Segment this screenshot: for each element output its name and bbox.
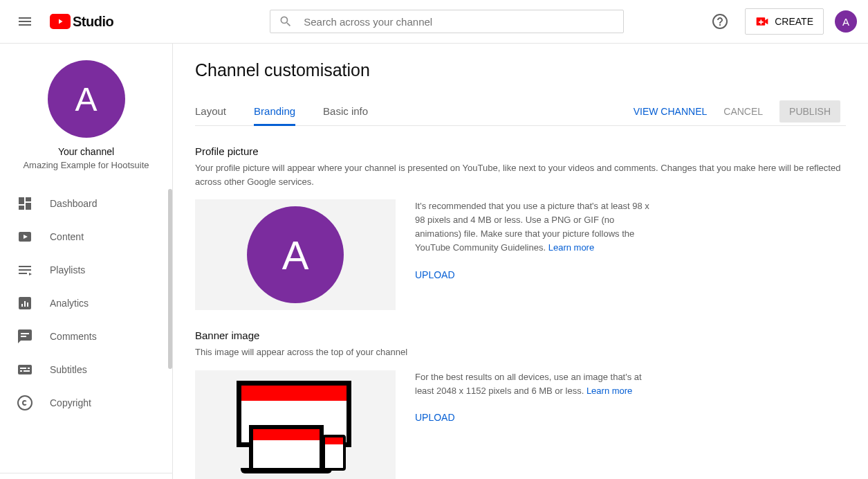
sidebar: A Your channel Amazing Example for Hoots… <box>0 44 173 479</box>
tab-layout[interactable]: Layout <box>195 97 226 125</box>
laptop-icon <box>249 425 324 471</box>
laptop-base-icon <box>241 468 332 473</box>
banner-preview <box>195 370 396 480</box>
nav-bottom: Settings Send feedback <box>0 473 172 479</box>
comments-icon <box>17 328 33 345</box>
help-icon <box>712 13 728 30</box>
section-title: Profile picture <box>195 145 846 157</box>
tab-basic-info[interactable]: Basic info <box>323 97 368 125</box>
page-title: Channel customisation <box>195 60 846 80</box>
hint-text: It's recommended that you use a picture … <box>415 199 650 255</box>
upload-profile-button[interactable]: UPLOAD <box>415 269 455 280</box>
tabs-row: Layout Branding Basic info VIEW CHANNEL … <box>195 97 846 126</box>
create-label: CREATE <box>775 16 813 27</box>
header: Studio CREATE A <box>0 0 868 44</box>
copyright-icon <box>17 395 33 411</box>
nav-subtitles[interactable]: Subtitles <box>0 353 172 386</box>
channel-info: A Your channel Amazing Example for Hoots… <box>0 44 172 181</box>
section-title: Banner image <box>195 329 846 341</box>
nav-label: Subtitles <box>50 364 87 375</box>
nav-content[interactable]: Content <box>0 220 172 253</box>
tabs: Layout Branding Basic info <box>195 97 368 125</box>
create-icon <box>755 15 769 28</box>
nav-dashboard[interactable]: Dashboard <box>0 187 172 220</box>
section-desc: Your profile picture will appear where y… <box>195 161 846 188</box>
nav-label: Content <box>50 231 84 242</box>
nav-label: Playlists <box>50 264 85 275</box>
section-body: A It's recommended that you use a pictur… <box>195 199 846 310</box>
search-icon <box>279 15 293 28</box>
youtube-play-icon <box>50 14 71 29</box>
upload-banner-button[interactable]: UPLOAD <box>415 412 455 423</box>
nav-analytics[interactable]: Analytics <box>0 287 172 320</box>
profile-avatar-preview: A <box>247 206 344 303</box>
sidebar-scrollbar[interactable] <box>168 189 172 369</box>
page-actions: VIEW CHANNEL CANCEL PUBLISH <box>634 100 846 123</box>
publish-button: PUBLISH <box>779 100 840 123</box>
channel-title: Your channel <box>11 146 161 157</box>
nav-list: Dashboard Content Playlists Analytics Co… <box>0 181 172 473</box>
nav-copyright[interactable]: Copyright <box>0 386 172 419</box>
hint-text: For the best results on all devices, use… <box>415 370 650 398</box>
svg-point-4 <box>18 396 32 410</box>
phone-icon <box>322 435 346 471</box>
tab-branding[interactable]: Branding <box>254 97 295 125</box>
dashboard-icon <box>17 195 33 212</box>
hint-body: It's recommended that you use a picture … <box>415 201 649 253</box>
nav-label: Dashboard <box>50 198 98 209</box>
content-icon <box>17 228 33 245</box>
header-actions: CREATE A <box>706 8 857 35</box>
subtitles-icon <box>17 361 33 378</box>
channel-avatar[interactable]: A <box>48 60 125 138</box>
svg-rect-3 <box>18 365 32 374</box>
page-header: Channel customisation Layout Branding Ba… <box>195 44 846 126</box>
logo[interactable]: Studio <box>50 14 113 30</box>
playlists-icon <box>17 262 33 278</box>
logo-text: Studio <box>73 14 113 30</box>
devices-illustration <box>237 381 354 471</box>
cancel-button[interactable]: CANCEL <box>723 106 763 117</box>
hamburger-icon <box>17 13 33 30</box>
channel-subtitle: Amazing Example for Hootsuite <box>11 160 161 170</box>
search-container <box>270 10 624 33</box>
profile-section: Profile picture Your profile picture wil… <box>195 145 846 310</box>
section-desc: This image will appear across the top of… <box>195 345 846 359</box>
menu-button[interactable] <box>11 8 39 35</box>
nav-playlists[interactable]: Playlists <box>0 253 172 287</box>
learn-more-link[interactable]: Learn more <box>587 386 632 396</box>
analytics-icon <box>17 295 33 311</box>
view-channel-button[interactable]: VIEW CHANNEL <box>634 106 708 117</box>
search-input[interactable] <box>304 16 615 28</box>
learn-more-link[interactable]: Learn more <box>548 242 594 253</box>
nav-label: Copyright <box>50 397 91 408</box>
user-avatar[interactable]: A <box>835 10 857 33</box>
section-body: For the best results on all devices, use… <box>195 370 846 480</box>
help-button[interactable] <box>706 8 734 35</box>
search-box[interactable] <box>270 10 624 33</box>
create-button[interactable]: CREATE <box>745 8 824 35</box>
nav-comments[interactable]: Comments <box>0 320 172 353</box>
nav-label: Analytics <box>50 298 89 309</box>
main-content: Channel customisation Layout Branding Ba… <box>173 44 868 479</box>
nav-label: Comments <box>50 331 97 342</box>
banner-section: Banner image This image will appear acro… <box>195 329 846 479</box>
banner-instructions: For the best results on all devices, use… <box>415 370 650 480</box>
profile-preview: A <box>195 199 396 310</box>
profile-instructions: It's recommended that you use a picture … <box>415 199 650 310</box>
